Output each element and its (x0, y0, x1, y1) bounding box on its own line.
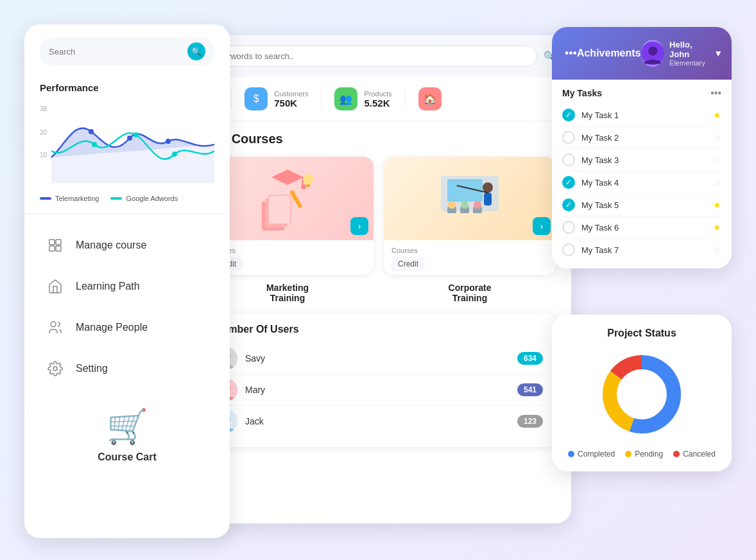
svg-point-22 (303, 174, 313, 184)
chart-legend: Telemarketing Google Adwords (40, 195, 214, 202)
achievements-header: ••• Achivements Hello, John Elementary ▼ (552, 27, 732, 80)
svg-point-8 (172, 152, 177, 157)
stat-customers-text: Customers 750K (274, 90, 308, 109)
learning-path-icon (45, 276, 65, 297)
task-check-7[interactable] (562, 243, 575, 256)
sidebar-search-button[interactable]: 🔍 (187, 42, 205, 60)
task-star-4[interactable]: ☆ (713, 177, 721, 188)
donut-chart (597, 349, 687, 439)
user-row-jack: Jack 123 (214, 406, 543, 437)
sidebar-item-setting[interactable]: Setting (35, 349, 219, 388)
sidebar-item-learning-path[interactable]: Learning Path (35, 267, 219, 306)
performance-section: Performance 38 20 10 (24, 76, 230, 202)
svg-point-42 (648, 47, 657, 56)
project-status-card: Project Status Completed Pending Cancele… (552, 315, 732, 471)
task-star-2[interactable]: ☆ (713, 132, 721, 143)
tasks-dots[interactable]: ••• (710, 87, 721, 99)
svg-rect-27 (484, 193, 492, 206)
task-name-3: My Task 3 (581, 155, 707, 165)
svg-marker-18 (271, 170, 304, 185)
customers-icon: $ (245, 87, 268, 110)
svg-rect-9 (49, 240, 55, 245)
svg-point-26 (483, 182, 493, 193)
user-info-level: Elementary (669, 59, 709, 67)
sidebar-search-input[interactable] (49, 47, 187, 57)
tasks-title: My Tasks (562, 88, 602, 98)
stat-separator-2 (321, 89, 322, 109)
stat-products-text: Products 5.52K (364, 90, 391, 109)
sidebar-card: 🔍 Performance 38 20 10 (24, 24, 230, 538)
course-card-info-corporate: Courses Credit (384, 240, 556, 275)
user-name-mary: Mary (245, 385, 510, 395)
course-names-row: Marketing Training Corporate Training (186, 280, 571, 308)
stat-separator-1 (231, 89, 232, 109)
user-profile-header: Hello, John Elementary ▼ (641, 40, 723, 67)
task-check-2[interactable] (562, 131, 575, 144)
products-label: Products (364, 90, 391, 98)
legend-pending-label: Pending (635, 450, 663, 459)
legend-pending: Pending (625, 450, 663, 459)
performance-chart: 38 20 10 (40, 100, 214, 189)
legend-google-adwords-label: Google Adwords (126, 195, 178, 202)
legend-telemarketing: Telemarketing (40, 195, 99, 202)
svg-rect-12 (56, 246, 61, 251)
svg-rect-11 (49, 246, 55, 251)
header-dots[interactable]: ••• (565, 47, 577, 60)
task-star-3[interactable]: ☆ (713, 155, 721, 165)
task-check-6[interactable] (562, 221, 575, 234)
task-check-4[interactable]: ✓ (562, 176, 575, 189)
legend-dot-teal (110, 197, 122, 200)
setting-label: Setting (76, 363, 108, 374)
task-star-6[interactable]: ★ (713, 222, 721, 232)
extra-icon: 🏠 (418, 87, 442, 110)
manage-people-label: Manage People (76, 322, 148, 333)
task-item-1: ✓ My Task 1 ★ (562, 104, 721, 127)
legend-completed-label: Completed (578, 450, 615, 459)
task-check-1[interactable]: ✓ (562, 109, 575, 121)
task-star-5[interactable]: ★ (713, 200, 721, 210)
sidebar-item-manage-people[interactable]: Manage People (35, 308, 219, 347)
svg-point-5 (166, 139, 171, 144)
stat-item-customers: $ Customers 750K (245, 87, 308, 110)
task-star-1[interactable]: ★ (713, 110, 721, 120)
main-search-input[interactable] (202, 46, 537, 67)
task-star-7[interactable]: ☆ (713, 245, 721, 255)
legend-canceled-label: Canceled (683, 450, 716, 459)
task-check-5[interactable]: ✓ (562, 198, 575, 211)
task-item-6: My Task 6 ★ (562, 216, 721, 239)
legend-telemarketing-label: Telemarketing (55, 195, 99, 202)
svg-point-3 (89, 129, 94, 134)
achievements-card: ••• Achivements Hello, John Elementary ▼ (552, 27, 732, 268)
course-cart[interactable]: 🛒 Course Cart (24, 407, 230, 463)
legend-canceled: Canceled (673, 450, 716, 459)
task-check-3[interactable] (562, 153, 575, 166)
divider-1 (24, 214, 230, 214)
user-name-jack: Jack (245, 416, 510, 426)
user-row-mary: Mary 541 (214, 374, 543, 406)
manage-course-icon (45, 235, 65, 256)
stat-separator-3 (405, 89, 406, 109)
svg-point-7 (133, 132, 139, 137)
header-chevron-icon[interactable]: ▼ (714, 48, 723, 58)
sidebar-item-manage-course[interactable]: Manage course (35, 226, 219, 265)
user-badge-mary: 541 (517, 383, 543, 396)
svg-rect-21 (289, 190, 302, 209)
users-card: Number Of Users Savy 634 Mary 5 (202, 313, 556, 447)
course-card-corporate[interactable]: › Courses Credit (384, 157, 556, 275)
user-avatar-header (641, 40, 665, 67)
achievements-title: Achivements (577, 48, 641, 59)
legend-completed: Completed (568, 450, 615, 459)
course-arrow-corporate: › (533, 217, 551, 235)
tasks-section: My Tasks ••• ✓ My Task 1 ★ My Task 2 ☆ M… (552, 80, 732, 268)
task-name-5: My Task 5 (581, 200, 707, 210)
task-name-4: My Task 4 (581, 178, 707, 188)
legend-google-adwords: Google Adwords (110, 195, 178, 202)
svg-point-34 (474, 201, 481, 209)
stat-item-products: 👥 Products 5.52K (334, 87, 391, 110)
task-item-5: ✓ My Task 5 ★ (562, 194, 721, 216)
user-name-savy: Savy (245, 353, 510, 363)
products-icon: 👥 (334, 87, 357, 110)
legend-dot-pending (625, 451, 631, 457)
svg-point-4 (127, 136, 132, 141)
task-name-1: My Task 1 (581, 110, 707, 120)
